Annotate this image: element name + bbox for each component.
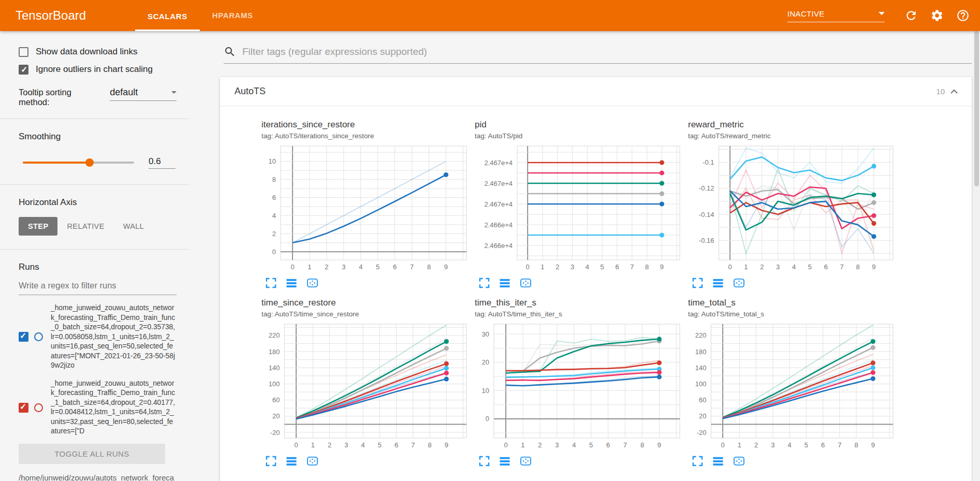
scalar-line-chart[interactable]: 2201801401006020-200123456789 [261,321,471,450]
svg-text:8: 8 [640,441,644,449]
svg-text:5: 5 [589,441,593,449]
svg-text:9: 9 [657,441,661,449]
chart-card: iterations_since_restore tag: AutoTS/ite… [261,120,475,288]
svg-text:60: 60 [699,396,706,404]
smoothing-slider-thumb[interactable] [85,158,94,167]
svg-text:2: 2 [555,263,559,271]
chart-tag: tag: AutoTS/pid [475,132,688,140]
svg-text:3: 3 [571,263,574,271]
chart-card: time_this_iter_s tag: AutoTS/time_this_i… [475,298,688,467]
toggle-y-axis-button[interactable] [499,278,510,288]
svg-text:0: 0 [728,263,732,271]
tab-hparams[interactable]: HPARAMS [200,0,266,31]
chart-title: time_this_iter_s [475,298,688,308]
axis-relative-button[interactable]: RELATIVE [57,217,113,236]
scalar-line-chart[interactable]: -0.1-0.12-0.14-0.160123456789 [688,143,897,272]
expand-chart-button[interactable] [266,456,276,467]
svg-text:60: 60 [272,396,280,404]
smoothing-value-field[interactable]: 0.6 [149,156,175,169]
svg-text:2.467e+4: 2.467e+4 [484,159,513,167]
svg-text:2: 2 [325,263,328,271]
ignore-outliers-checkbox[interactable] [19,65,28,75]
chart-title: pid [475,120,688,130]
chart-title: time_total_s [688,298,901,308]
fit-domain-button[interactable] [520,278,532,288]
settings-button[interactable] [930,9,944,22]
scalar-line-chart[interactable]: 10864200123456789 [261,143,471,272]
svg-text:-20: -20 [270,429,280,436]
tag-group-header[interactable]: AutoTS 10 [220,77,972,106]
runs-filter-input[interactable] [19,278,177,295]
svg-text:140: 140 [269,364,280,372]
vertical-scrollbar[interactable] [973,31,980,481]
run-visibility-checkbox[interactable] [19,332,28,342]
fullscreen-icon [479,278,490,288]
tab-scalars[interactable]: SCALARS [135,0,200,31]
ignore-outliers-row: Ignore outliers in chart scaling [19,64,177,75]
toggle-y-axis-button[interactable] [286,456,297,467]
data-status-select[interactable]: INACTIVE [787,9,885,22]
scrollbar-thumb[interactable] [974,31,979,186]
expand-chart-button[interactable] [692,278,703,288]
run-solo-radio[interactable] [34,332,43,341]
smoothing-slider[interactable] [23,162,134,164]
scalar-line-chart[interactable]: 2.467e+42.467e+42.467e+42.466e+42.466e+4… [475,143,684,272]
data-lines-icon [712,456,724,467]
toggle-all-runs-button[interactable]: TOGGLE ALL RUNS [19,444,165,464]
run-visibility-checkbox[interactable] [19,403,28,413]
tooltip-sorting-select[interactable]: default [110,87,177,101]
toggle-y-axis-button[interactable] [499,456,510,467]
fit-to-data-icon [520,278,532,288]
fit-domain-button[interactable] [733,278,745,288]
svg-text:0: 0 [290,263,294,271]
run-name: _home_junweid_zouwu_autots_network_forec… [51,379,177,436]
search-icon [224,46,236,58]
svg-text:7: 7 [623,441,627,449]
divider [0,249,189,250]
svg-text:8: 8 [856,263,859,271]
svg-text:9: 9 [445,441,448,449]
axis-step-button[interactable]: STEP [19,217,57,236]
svg-text:3: 3 [342,263,345,271]
tag-filter-input[interactable] [241,46,972,58]
svg-text:4: 4 [586,263,589,271]
refresh-icon [904,9,918,22]
scalar-line-chart[interactable]: 30201000123456789 [475,321,684,450]
svg-text:4: 4 [361,441,364,449]
chevron-up-icon[interactable] [950,89,958,95]
fit-domain-button[interactable] [306,456,318,467]
scalar-line-chart[interactable]: 2201801401006020-200123456789 [688,321,897,450]
show-download-links-checkbox[interactable] [19,47,28,57]
svg-text:3: 3 [344,441,348,449]
expand-chart-button[interactable] [479,456,490,467]
fit-domain-button[interactable] [733,456,745,467]
fullscreen-icon [266,456,276,467]
help-button[interactable] [956,9,970,22]
expand-chart-button[interactable] [692,456,703,467]
svg-text:8: 8 [645,263,649,271]
svg-text:9: 9 [444,263,448,271]
run-item: _home_junweid_zouwu_autots_network_forec… [19,303,177,371]
fullscreen-icon [692,456,703,467]
fit-domain-button[interactable] [306,278,318,288]
expand-chart-button[interactable] [266,278,276,288]
fit-domain-button[interactable] [520,456,532,467]
main-content: AutoTS 10 iterations_since_restore tag: … [189,31,980,481]
svg-text:2.466e+4: 2.466e+4 [484,221,513,229]
chart-title: reward_metric [688,120,901,130]
svg-text:2: 2 [754,441,758,449]
chart-toolbar [688,456,901,467]
svg-text:1: 1 [521,441,524,449]
expand-chart-button[interactable] [479,278,490,288]
fit-to-data-icon [520,456,532,467]
run-solo-radio[interactable] [34,403,43,412]
toggle-y-axis-button[interactable] [712,456,724,467]
run-name: _home_junweid_zouwu_autots_network_forec… [51,303,177,371]
chart-tag: tag: AutoTS/time_total_s [688,310,901,318]
svg-text:5: 5 [601,263,604,271]
axis-wall-button[interactable]: WALL [114,217,154,236]
toggle-y-axis-button[interactable] [712,278,724,288]
toggle-y-axis-button[interactable] [286,278,297,288]
refresh-button[interactable] [904,9,918,22]
svg-text:0: 0 [504,441,507,449]
